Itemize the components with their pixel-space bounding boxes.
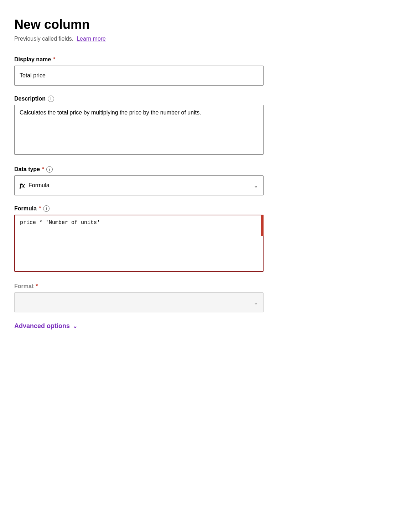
- display-name-group: Display name *: [14, 56, 392, 86]
- format-select[interactable]: ⌄: [14, 292, 264, 312]
- subtitle-text: Previously called fields.: [14, 36, 73, 42]
- format-label: Format *: [14, 283, 264, 290]
- subtitle: Previously called fields. Learn more: [14, 36, 392, 42]
- formula-info-icon[interactable]: i: [43, 205, 50, 212]
- display-name-required: *: [53, 56, 55, 63]
- format-group: Format * ⌄: [14, 283, 264, 312]
- data-type-label: Data type * i: [14, 166, 392, 173]
- formula-required: *: [39, 205, 41, 212]
- data-type-select-left: fx Formula: [20, 182, 50, 189]
- formula-label: Formula * i: [14, 205, 392, 212]
- formula-group: Formula * i price * 'Number of units': [14, 205, 392, 273]
- advanced-options-label: Advanced options: [14, 322, 70, 330]
- advanced-options-toggle[interactable]: Advanced options ⌄: [14, 322, 392, 330]
- data-type-chevron-icon: ⌄: [254, 182, 258, 189]
- data-type-select[interactable]: fx Formula ⌄: [14, 175, 264, 195]
- description-info-icon[interactable]: i: [48, 96, 54, 102]
- data-type-group: Data type * i fx Formula ⌄: [14, 166, 392, 195]
- data-type-required: *: [42, 166, 44, 173]
- data-type-value: Formula: [28, 182, 50, 189]
- format-required: *: [36, 283, 38, 290]
- formula-wrapper: price * 'Number of units': [14, 215, 264, 273]
- description-textarea[interactable]: Calculates the total price by multiplyin…: [14, 105, 264, 155]
- display-name-input[interactable]: [14, 66, 264, 86]
- page-title: New column: [14, 17, 392, 32]
- data-type-info-icon[interactable]: i: [46, 166, 53, 173]
- data-type-select-wrapper: fx Formula ⌄: [14, 175, 264, 195]
- description-group: Description i Calculates the total price…: [14, 96, 392, 156]
- formula-fx-icon: fx: [20, 182, 25, 189]
- display-name-label: Display name *: [14, 56, 392, 63]
- advanced-options-chevron-icon: ⌄: [73, 323, 77, 329]
- learn-more-link[interactable]: Learn more: [77, 36, 106, 42]
- formula-error-indicator: [261, 215, 264, 236]
- formula-textarea[interactable]: price * 'Number of units': [14, 215, 264, 272]
- format-chevron-icon: ⌄: [254, 299, 258, 306]
- description-label: Description i: [14, 96, 392, 102]
